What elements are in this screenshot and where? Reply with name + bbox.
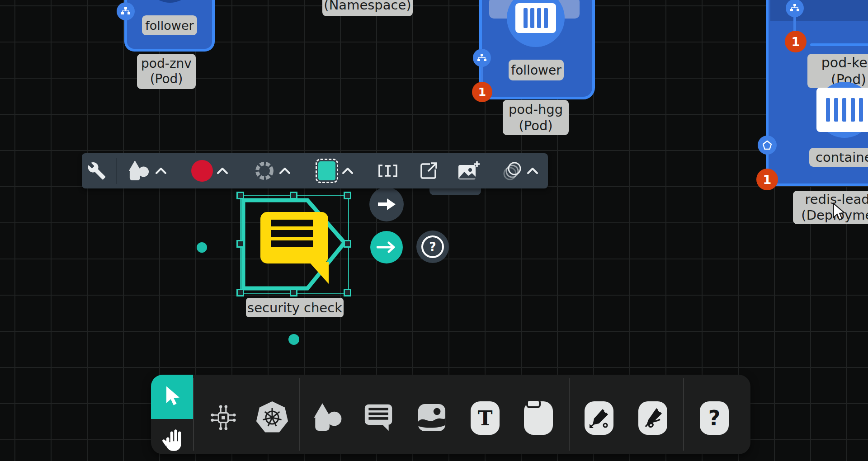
shapes-tool-button[interactable] — [312, 402, 344, 433]
stroke-picker-button[interactable] — [253, 153, 276, 188]
text-width-icon — [377, 162, 398, 180]
comment-tool-button[interactable] — [363, 403, 394, 433]
cursor-icon — [162, 386, 183, 408]
wrench-icon — [87, 161, 106, 180]
connection-point[interactable] — [197, 242, 207, 253]
dock-divider — [193, 378, 194, 451]
arrow-right-icon — [376, 198, 397, 211]
hierarchy-badge-icon[interactable] — [117, 2, 135, 20]
bottom-toolbar: T — [151, 375, 750, 454]
resize-handle-sw[interactable] — [236, 289, 244, 296]
ring-icon — [254, 160, 275, 181]
context-toolbar — [82, 153, 548, 188]
hierarchy-badge-icon[interactable] — [473, 49, 491, 67]
count-badge-text: 1 — [763, 173, 772, 187]
layers-icon — [501, 160, 524, 182]
selected-shape-label-text: security check — [247, 300, 342, 315]
badge-stem — [481, 66, 483, 83]
node-name-line2: (Pod) — [519, 118, 552, 134]
color-picker-button[interactable] — [190, 153, 214, 188]
node-pod-znv[interactable]: follower — [124, 0, 215, 52]
help-tool-button[interactable]: ? — [700, 401, 729, 435]
namespace-label: (Namespace) — [322, 0, 413, 16]
node-name-label: pod-hgg (Pod) — [503, 100, 569, 135]
open-in-new-icon — [419, 161, 438, 180]
comment-icon — [364, 403, 394, 432]
image-add-icon — [458, 160, 480, 181]
node-icon-circle — [145, 0, 195, 3]
stroke-picker-chevron[interactable] — [278, 153, 292, 188]
containers-label-text: containers. — [816, 150, 868, 165]
containers-label: containers. — [809, 148, 868, 167]
dock-divider — [299, 378, 300, 451]
container-icon-circle — [816, 82, 868, 138]
kubernetes-helm-icon — [255, 400, 289, 435]
kubernetes-tool-button[interactable] — [255, 400, 289, 435]
resize-tool-button[interactable] — [377, 153, 399, 188]
select-tool-button[interactable] — [151, 375, 193, 419]
text-glyph: T — [478, 407, 493, 430]
image-tool-button[interactable] — [417, 403, 447, 433]
note-tool-button[interactable] — [524, 401, 553, 435]
pentagon-icon — [762, 140, 773, 151]
dock-divider — [569, 378, 570, 451]
resource-label-text: follower — [511, 63, 561, 78]
layers-tool-chevron[interactable] — [526, 153, 539, 188]
chevron-up-icon — [217, 168, 228, 174]
node-name-line1: pod-kea — [821, 54, 868, 71]
sitemap-icon — [790, 4, 800, 12]
node-inner-panel — [770, 0, 868, 21]
selection-bounding-box — [240, 195, 349, 294]
shape-picker-button[interactable] — [127, 153, 151, 188]
resize-handle-se[interactable] — [344, 289, 351, 296]
question-glyph: ? — [708, 406, 721, 430]
text-tool-button[interactable]: T — [471, 401, 500, 435]
resize-handle-ne[interactable] — [344, 192, 351, 199]
resize-handle-n[interactable] — [290, 192, 297, 199]
namespace-label-text: (Namespace) — [324, 0, 411, 13]
freehand-pen-tool-button[interactable] — [638, 401, 667, 435]
diagram-canvas[interactable]: follower pod-znv (Pod) (Namespace) follo… — [0, 0, 868, 461]
selected-shape-label: security check — [246, 298, 344, 317]
node-name-label: pod-znv (Pod) — [137, 54, 196, 89]
pen-draw-icon — [638, 401, 667, 435]
toolbar-divider — [116, 158, 117, 184]
count-badge[interactable]: 1 — [756, 169, 778, 190]
chevron-up-icon — [527, 168, 538, 174]
color-picker-chevron[interactable] — [216, 153, 229, 188]
text-icon: T — [471, 401, 500, 435]
resource-label: follower — [142, 15, 197, 35]
sitemap-icon — [121, 7, 131, 15]
note-tab-icon — [526, 399, 541, 409]
fill-picker-button[interactable] — [315, 153, 339, 188]
connection-point[interactable] — [288, 334, 299, 345]
resize-handle-e[interactable] — [344, 240, 351, 248]
shape-help-button[interactable]: ? — [416, 230, 449, 263]
layers-tool-button[interactable] — [500, 153, 524, 188]
mouse-cursor — [831, 202, 846, 222]
badge-stem — [793, 16, 796, 33]
question-icon: ? — [700, 401, 729, 435]
question-glyph: ? — [429, 240, 436, 254]
count-badge-text: 1 — [478, 85, 486, 99]
network-tool-button[interactable] — [209, 403, 238, 432]
connector-pen-tool-button[interactable] — [585, 401, 613, 435]
count-badge[interactable]: 1 — [472, 82, 492, 102]
confirm-arrow-button[interactable] — [370, 231, 403, 263]
shape-picker-chevron[interactable] — [154, 153, 168, 188]
image-add-button[interactable] — [457, 153, 481, 188]
container-icon — [816, 88, 868, 132]
node-name-line1: pod-hgg — [509, 101, 563, 118]
fill-picker-chevron[interactable] — [341, 153, 354, 188]
open-in-new-button[interactable] — [417, 153, 440, 188]
question-circle-icon: ? — [421, 235, 444, 258]
count-badge[interactable]: 1 — [785, 31, 807, 52]
collapse-arrow-button[interactable] — [369, 187, 404, 221]
resize-handle-s[interactable] — [290, 289, 297, 296]
pentagon-badge-icon[interactable] — [758, 136, 777, 155]
style-tool-button[interactable] — [85, 153, 108, 188]
resize-handle-nw[interactable] — [236, 192, 244, 199]
resize-handle-w[interactable] — [236, 240, 244, 248]
pan-tool-button[interactable] — [151, 419, 193, 461]
chip-network-icon — [209, 404, 237, 432]
